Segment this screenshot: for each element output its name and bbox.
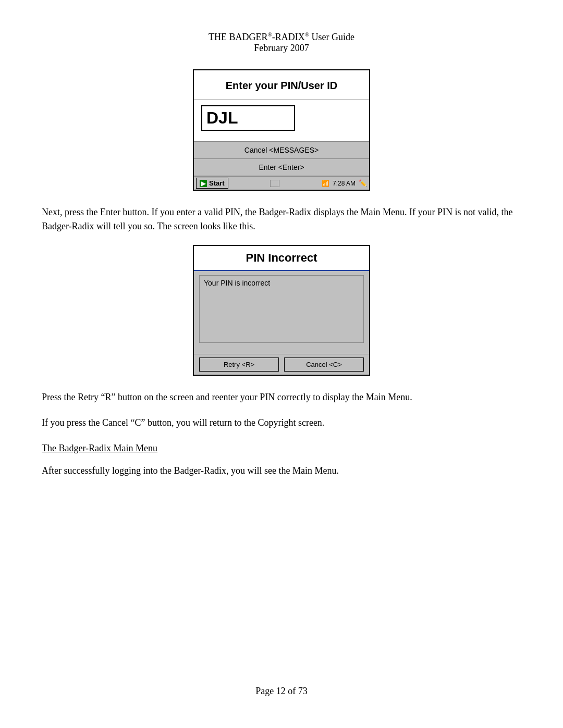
enter-pin-screenshot: Enter your PIN/User ID DJL Cancel <MESSA… <box>193 69 370 191</box>
header-dash: -RADIX <box>272 32 305 42</box>
body-paragraph-2: Press the Retry “R” button on the screen… <box>42 390 521 404</box>
taskbar-right: 📶 7:28 AM ✏️ <box>322 179 367 187</box>
start-icon: ▶ <box>200 180 207 187</box>
settings-icon: ✏️ <box>359 179 367 187</box>
pin-incorrect-title: PIN Incorrect <box>194 246 369 271</box>
paragraph4-text: After successfully logging into the Badg… <box>42 464 521 478</box>
paragraph2-text: Press the Retry “R” button on the screen… <box>42 390 521 404</box>
enter-btn[interactable]: Enter <Enter> <box>194 159 369 176</box>
page-header: THE BADGER®-RADIX® User Guide February 2… <box>209 31 354 54</box>
taskbar: ▶ Start 📶 7:28 AM ✏️ <box>194 176 369 190</box>
header-sup1: ® <box>267 31 272 38</box>
taskbar-clock: 7:28 AM <box>333 180 356 187</box>
enter-pin-title: Enter your PIN/User ID <box>194 70 369 100</box>
start-button[interactable]: ▶ Start <box>196 178 228 189</box>
pin-incorrect-screenshot: PIN Incorrect Your PIN is incorrect Retr… <box>193 245 370 376</box>
pin-buttons: Cancel <MESSAGES> Enter <Enter> <box>194 142 369 176</box>
start-label: Start <box>209 179 225 187</box>
signal-icon: 📶 <box>322 180 329 187</box>
cancel-button[interactable]: Cancel <C> <box>284 357 364 372</box>
pin-message-text: Your PIN is incorrect <box>204 279 270 287</box>
pin-input-area: DJL <box>194 100 369 142</box>
paragraph1-text: Next, press the Enter button. If you ent… <box>42 205 521 233</box>
taskbar-thumb <box>270 180 279 187</box>
header-sup2: ® <box>305 31 309 38</box>
pin-message-box: Your PIN is incorrect <box>199 275 364 343</box>
page-footer: Page 12 of 73 <box>42 655 521 697</box>
header-line2: February 2007 <box>254 43 309 53</box>
cancel-messages-btn[interactable]: Cancel <MESSAGES> <box>194 142 369 159</box>
page-number: Page 12 of 73 <box>255 686 307 696</box>
paragraph3-text: If you press the Cancel “C” button, you … <box>42 416 521 430</box>
section-heading-container: The Badger-Radix Main Menu <box>42 441 521 455</box>
header-rest: User Guide <box>309 32 354 42</box>
body-paragraph-4: After successfully logging into the Badg… <box>42 464 521 478</box>
header-line1: THE BADGER <box>209 32 268 42</box>
pin-incorrect-buttons: Retry <R> Cancel <C> <box>194 354 369 375</box>
pin-input-field[interactable]: DJL <box>201 105 295 131</box>
pin-incorrect-body: Your PIN is incorrect <box>194 271 369 354</box>
body-paragraph-3: If you press the Cancel “C” button, you … <box>42 416 521 430</box>
retry-button[interactable]: Retry <R> <box>199 357 279 372</box>
section-heading: The Badger-Radix Main Menu <box>42 443 157 453</box>
body-paragraph-1: Next, press the Enter button. If you ent… <box>42 205 521 233</box>
